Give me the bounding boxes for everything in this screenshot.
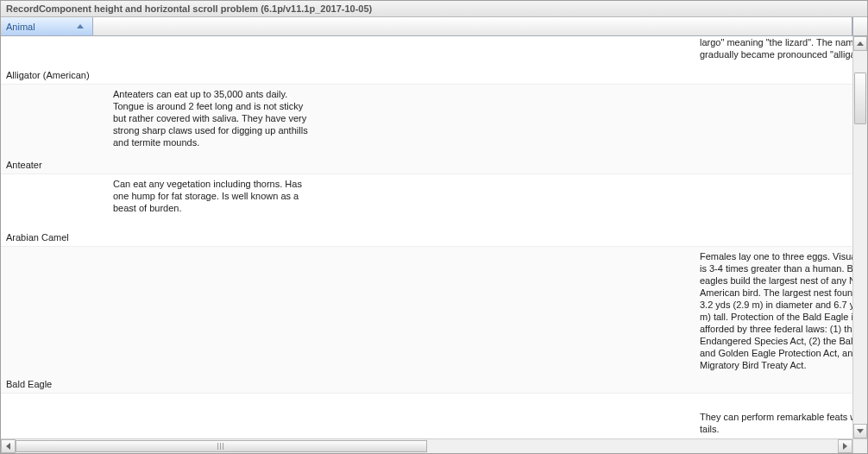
scroll-left-button[interactable] [1, 439, 16, 453]
column-header-animal[interactable]: Animal [1, 17, 93, 35]
cell-details: Females lay one to three eggs. Visual ac… [113, 247, 867, 393]
hscroll-track[interactable] [16, 439, 838, 453]
horizontal-scrollbar[interactable] [1, 438, 867, 453]
table-row[interactable]: Anteater Anteaters can eat up to 35,000 … [1, 85, 867, 174]
column-header-blank[interactable] [93, 17, 852, 35]
table-row[interactable]: Arabian Camel Can eat any vegetation inc… [1, 174, 867, 247]
cell-animal: Anteater [1, 85, 113, 173]
cell-details: Anteaters can eat up to 35,000 ants dail… [113, 85, 867, 173]
cell-details: Can eat any vegetation including thorns.… [113, 174, 867, 246]
grid-rows-container: Alligator (American) largo" meaning "the… [1, 36, 867, 438]
scrollbar-corner [852, 439, 867, 453]
vscroll-thumb[interactable] [854, 73, 866, 124]
scroll-grip-icon [217, 443, 224, 450]
record-detail-left: Anteaters can eat up to 35,000 ants dail… [113, 85, 311, 152]
window-title: RecordComponent height and horizontal sc… [1, 1, 867, 17]
scroll-right-button[interactable] [838, 439, 852, 453]
header-scroll-spacer [852, 17, 867, 35]
vertical-scrollbar[interactable] [852, 36, 867, 438]
record-detail-right: largo" meaning "the lizard". The name la… [700, 36, 867, 60]
table-row[interactable]: Alligator (American) largo" meaning "the… [1, 36, 867, 85]
record-detail-left: Can eat any vegetation including thorns.… [113, 174, 311, 218]
cell-animal [1, 394, 113, 438]
sort-asc-icon [77, 24, 84, 28]
scroll-down-button[interactable] [853, 424, 867, 438]
record-detail-right: They can perform remarkable feats with t… [700, 411, 867, 435]
table-row[interactable]: They can perform remarkable feats with t… [1, 394, 867, 438]
column-header-label: Animal [6, 22, 35, 32]
scroll-up-button[interactable] [853, 36, 867, 51]
cell-details: They can perform remarkable feats with t… [113, 394, 867, 438]
table-row[interactable]: Bald Eagle Females lay one to three eggs… [1, 247, 867, 394]
grid: Animal Alligator (American) largo" meani… [1, 17, 867, 453]
cell-animal: Alligator (American) [1, 36, 113, 84]
chevron-left-icon [6, 443, 10, 450]
cell-animal: Bald Eagle [1, 247, 113, 393]
chevron-down-icon [857, 429, 864, 433]
window-frame: RecordComponent height and horizontal sc… [0, 0, 868, 454]
cell-animal: Arabian Camel [1, 174, 113, 246]
grid-header: Animal [1, 17, 867, 36]
record-detail-right: Females lay one to three eggs. Visual ac… [700, 250, 867, 371]
chevron-up-icon [857, 41, 864, 46]
hscroll-thumb[interactable] [16, 440, 427, 452]
grid-body: Alligator (American) largo" meaning "the… [1, 36, 867, 438]
cell-details: largo" meaning "the lizard". The name la… [113, 36, 867, 84]
chevron-right-icon [843, 443, 847, 450]
vscroll-track[interactable] [853, 51, 867, 424]
